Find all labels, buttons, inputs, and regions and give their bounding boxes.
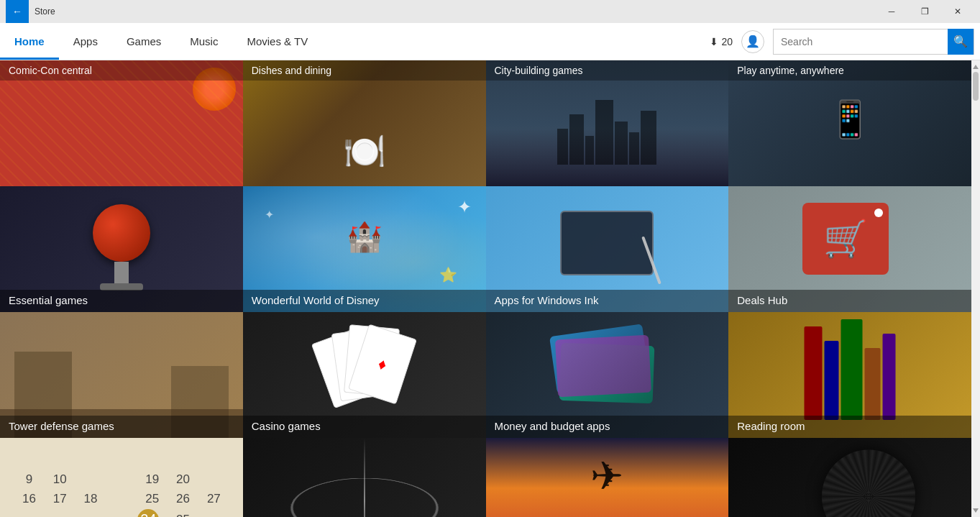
tab-games[interactable]: Games [112,23,175,60]
tile-casino[interactable]: ♠ ♥ ♣ ♦ Casino games [243,312,486,438]
nav-right: ⬇ 20 👤 🔍 [710,29,980,55]
content-area: Comic-Con central 🍽️ Dishes and dining [0,60,980,517]
tile-comiccon-label: Comic-Con central [0,60,243,81]
tile-dealshub-label: Deals Hub [728,290,971,312]
tile-casino-label: Casino games [243,416,486,438]
user-button[interactable]: 👤 [741,30,764,53]
tile-dishes-label: Dishes and dining [243,60,486,81]
window-controls: ─ ❐ ✕ [875,0,974,23]
back-icon: ← [12,6,22,17]
search-input[interactable] [774,29,948,54]
tile-playanytime-label: Play anytime, anywhere [728,60,971,81]
scrollbar[interactable] [971,60,980,517]
tile-citybuilding[interactable]: City-building games [486,60,729,186]
tile-reading[interactable]: Reading room [728,312,971,438]
tile-towerdefense-label: Tower defense games [0,416,243,438]
tile-reading-label: Reading room [728,416,971,438]
tile-disney[interactable]: ✦ ✦ ⭐ 🏰 Wonderful World of Disney [243,186,486,312]
tiles-grid: Comic-Con central 🍽️ Dishes and dining [0,60,971,517]
back-button[interactable]: ← [6,0,29,23]
search-box: 🔍 [773,29,974,55]
grid-area: Comic-Con central 🍽️ Dishes and dining [0,60,971,517]
tile-dealshub[interactable]: 🛒 Deals Hub [728,186,971,312]
tile-musiclovers[interactable]: Music lovers [728,438,971,517]
title-bar: ← Store ─ ❐ ✕ [0,0,980,23]
download-button[interactable]: ⬇ 20 [710,36,733,47]
tile-essentialapps[interactable]: Essential apps [243,438,486,517]
search-button[interactable]: 🔍 [948,29,974,55]
tab-movies[interactable]: Movies & TV [232,23,322,60]
tile-essentialgames[interactable]: Essential games [0,186,243,312]
app-title: Store [35,6,875,17]
tile-travel[interactable]: ✈ Apps for travel [486,438,729,517]
nav-tabs: Home Apps Games Music Movies & TV [0,23,710,60]
minimize-button[interactable]: ─ [875,0,908,23]
tile-windowsink-label: Apps for Windows Ink [486,290,729,312]
tile-playanytime[interactable]: 📱 Play anytime, anywhere [728,60,971,186]
tile-money-label: Money and budget apps [486,416,729,438]
scrollbar-thumb[interactable] [973,72,979,101]
nav-bar: Home Apps Games Music Movies & TV ⬇ 20 👤… [0,23,980,60]
tab-apps[interactable]: Apps [59,23,112,60]
tile-citybuilding-label: City-building games [486,60,729,81]
tab-music[interactable]: Music [175,23,232,60]
download-icon: ⬇ [710,36,718,47]
tile-dishes[interactable]: 🍽️ Dishes and dining [243,60,486,186]
tile-towerdefense[interactable]: Tower defense games [0,312,243,438]
user-icon: 👤 [746,35,760,48]
tile-organize[interactable]: 9 10 19 20 16 17 18 25 26 27 [0,438,243,517]
tile-comiccon[interactable]: Comic-Con central [0,60,243,186]
tab-home[interactable]: Home [0,23,59,60]
restore-button[interactable]: ❐ [908,0,941,23]
search-icon: 🔍 [953,35,968,48]
download-count: 20 [721,36,733,47]
tile-windowsink[interactable]: Apps for Windows Ink [486,186,729,312]
tile-money[interactable]: Money and budget apps [486,312,729,438]
tile-disney-label: Wonderful World of Disney [243,290,486,312]
tile-essentialgames-label: Essential games [0,290,243,312]
close-button[interactable]: ✕ [941,0,974,23]
